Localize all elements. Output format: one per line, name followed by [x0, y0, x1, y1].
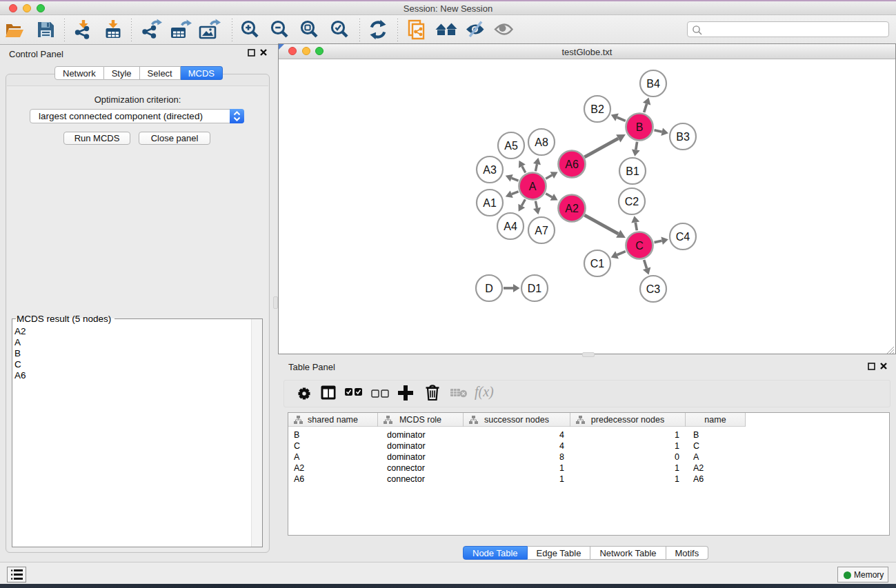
svg-text:A5: A5 — [504, 140, 518, 152]
svg-text:A7: A7 — [535, 225, 548, 236]
svg-text:A4: A4 — [504, 221, 517, 232]
svg-text:C: C — [635, 240, 644, 252]
svg-text:C2: C2 — [625, 196, 639, 207]
svg-text:B3: B3 — [676, 131, 690, 143]
svg-text:A3: A3 — [483, 164, 497, 176]
svg-text:C4: C4 — [676, 231, 690, 243]
svg-text:B1: B1 — [626, 165, 639, 177]
svg-text:A1: A1 — [483, 197, 497, 209]
svg-text:B: B — [636, 121, 644, 133]
svg-text:C3: C3 — [646, 283, 661, 295]
svg-text:D1: D1 — [528, 283, 542, 294]
svg-text:B4: B4 — [646, 78, 660, 90]
svg-text:B2: B2 — [590, 103, 604, 115]
svg-text:D: D — [485, 283, 493, 294]
svg-text:A6: A6 — [565, 159, 579, 170]
svg-text:C1: C1 — [590, 258, 605, 270]
svg-text:A8: A8 — [535, 136, 548, 148]
svg-text:A2: A2 — [565, 203, 579, 214]
svg-text:A: A — [529, 181, 537, 192]
